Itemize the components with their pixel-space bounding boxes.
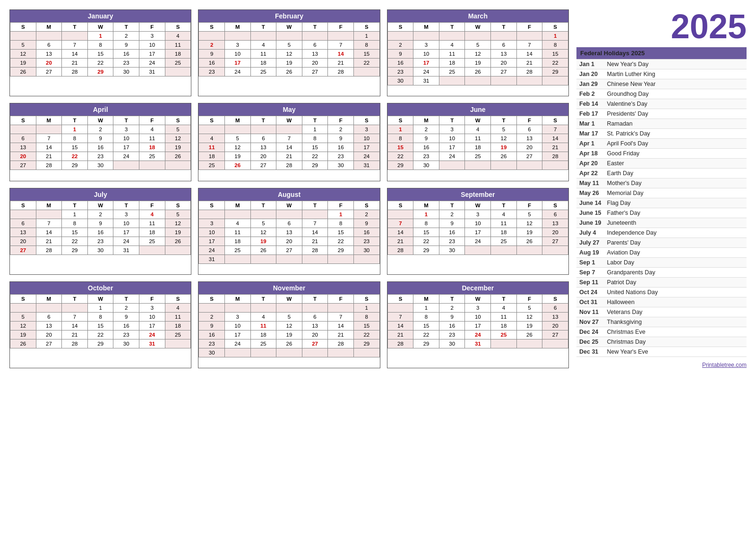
cal-day-header: W (276, 294, 302, 303)
holiday-date: Jan 20 (576, 69, 604, 79)
cal-day-cell: 7 (36, 134, 62, 143)
cal-day-cell: 6 (516, 125, 542, 134)
cal-day-cell (36, 303, 62, 312)
cal-day-cell: 22 (353, 59, 379, 68)
cal-month-header: September (387, 188, 568, 201)
cal-day-cell (387, 210, 413, 219)
cal-day-header: T (113, 201, 139, 210)
cal-day-cell: 11 (439, 50, 465, 59)
cal-month-header: May (198, 103, 379, 116)
holiday-name: Christmas Eve (604, 327, 747, 337)
cal-day-cell: 28 (387, 339, 413, 348)
cal-day-header: S (387, 201, 413, 210)
holiday-row: Apr 20Easter (576, 159, 747, 169)
cal-day-cell: 27 (516, 152, 542, 161)
cal-day-header: F (328, 294, 354, 303)
cal-day-cell: 20 (542, 228, 568, 237)
cal-day-cell: 20 (10, 237, 36, 246)
cal-day-cell: 24 (113, 152, 139, 161)
cal-day-header: T (62, 23, 88, 32)
cal-day-cell: 17 (224, 59, 250, 68)
holiday-row: Dec 25Christmas Day (576, 337, 747, 347)
cal-day-cell: 1 (87, 303, 113, 312)
cal-day-cell: 23 (353, 237, 379, 246)
cal-day-cell: 21 (387, 237, 413, 246)
cal-day-header: T (62, 116, 88, 125)
holiday-date: May 11 (576, 178, 604, 188)
cal-day-cell: 14 (328, 321, 354, 330)
cal-day-cell: 27 (542, 237, 568, 246)
cal-day-cell: 16 (199, 59, 225, 68)
holiday-name: New Year's Eve (604, 347, 747, 357)
cal-day-cell (491, 32, 517, 41)
cal-day-cell: 16 (353, 228, 379, 237)
cal-day-cell: 14 (302, 228, 328, 237)
cal-day-cell: 27 (250, 161, 276, 170)
cal-day-cell: 14 (62, 321, 88, 330)
holiday-date: July 27 (576, 238, 604, 248)
holiday-row: Jan 20Martin Luther King (576, 69, 747, 79)
cal-day-cell: 2 (199, 312, 225, 321)
cal-day-cell (328, 32, 354, 41)
cal-day-cell: 2 (113, 32, 139, 41)
cal-day-cell: 15 (87, 50, 113, 59)
cal-day-cell: 13 (10, 228, 36, 237)
cal-day-header: T (491, 201, 517, 210)
website-link[interactable]: Printabletree.com (576, 362, 747, 368)
cal-day-header: T (113, 294, 139, 303)
cal-day-cell: 10 (139, 41, 165, 50)
cal-day-cell: 13 (516, 134, 542, 143)
cal-day-cell: 29 (87, 68, 113, 76)
cal-day-cell: 2 (199, 41, 225, 50)
holiday-row: June 15Father's Day (576, 208, 747, 218)
cal-day-cell (491, 246, 517, 254)
cal-day-cell: 4 (250, 312, 276, 321)
cal-day-header: T (250, 23, 276, 32)
holiday-name: Earth Day (604, 169, 747, 178)
cal-day-cell: 25 (165, 59, 191, 68)
cal-day-cell: 5 (165, 125, 191, 134)
holiday-name: United Nations Day (604, 288, 747, 297)
cal-day-header: M (224, 23, 250, 32)
cal-day-cell: 1 (62, 210, 88, 219)
cal-day-cell: 26 (10, 68, 36, 76)
cal-day-cell: 31 (139, 339, 165, 348)
holiday-name: Independence Day (604, 228, 747, 238)
cal-day-cell: 21 (516, 59, 542, 68)
calendar-december: DecemberSMTWTFS1234567891011121314151617… (387, 281, 569, 368)
cal-day-header: T (62, 294, 88, 303)
cal-day-cell (542, 246, 568, 254)
cal-day-cell: 7 (387, 312, 413, 321)
cal-day-cell (542, 161, 568, 170)
cal-day-cell: 1 (413, 210, 439, 219)
cal-day-header: F (516, 294, 542, 303)
cal-day-cell (165, 246, 191, 254)
cal-day-header: S (10, 294, 36, 303)
cal-day-cell: 17 (465, 228, 491, 237)
cal-day-cell (199, 210, 225, 219)
cal-day-header: S (199, 294, 225, 303)
cal-day-cell (36, 210, 62, 219)
holiday-date: Apr 22 (576, 169, 604, 178)
page: JanuarySMTWTFS12345678910111213141516171… (9, 9, 747, 368)
cal-day-header: S (387, 294, 413, 303)
cal-day-header: S (165, 294, 191, 303)
cal-day-cell: 19 (165, 143, 191, 152)
cal-day-cell: 12 (224, 143, 250, 152)
cal-day-cell: 28 (516, 68, 542, 76)
holiday-date: Oct 31 (576, 297, 604, 307)
cal-day-cell: 23 (199, 339, 225, 348)
cal-day-header: T (113, 116, 139, 125)
cal-day-cell: 24 (224, 68, 250, 76)
cal-day-cell: 17 (139, 50, 165, 59)
cal-day-cell: 21 (276, 152, 302, 161)
holiday-date: Jan 29 (576, 79, 604, 89)
holiday-date: Dec 31 (576, 347, 604, 357)
cal-month-header: June (387, 103, 568, 116)
holiday-row: Feb 2Groundhog Day (576, 89, 747, 99)
calendar-march: MarchSMTWTFS1234567891011121314151617181… (387, 9, 569, 96)
cal-day-cell: 17 (413, 59, 439, 68)
holiday-name: Ramadan (604, 119, 747, 129)
cal-day-cell (276, 348, 302, 357)
holiday-name: Chinese New Year (604, 79, 747, 89)
